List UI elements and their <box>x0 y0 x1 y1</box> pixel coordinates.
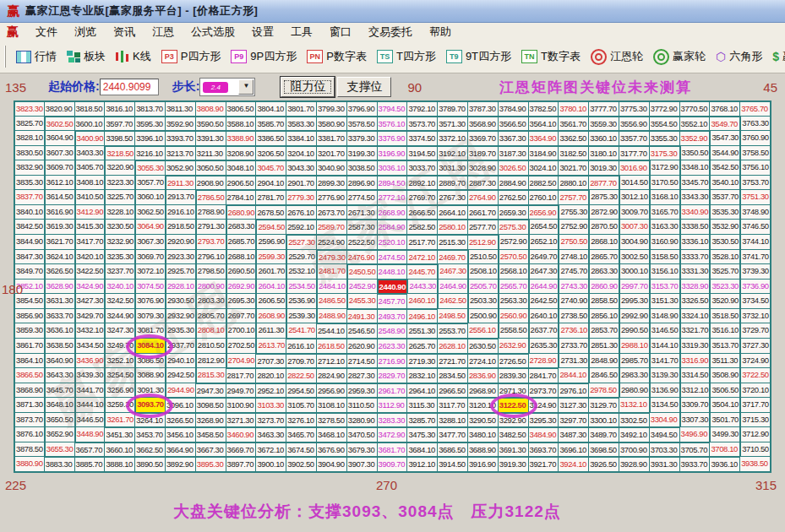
grid-cell: 2580.10 <box>437 219 467 234</box>
menu-item-4[interactable]: 江恩 <box>144 23 183 41</box>
grid-cell: 2697.70 <box>226 308 256 323</box>
grid-cell: 3180.10 <box>588 145 619 160</box>
grid-cell: 2460.10 <box>406 293 437 308</box>
grid-cell: 3847.30 <box>14 249 44 264</box>
menu-item-1[interactable]: 文件 <box>27 23 66 41</box>
grid-cell: 2568.10 <box>498 263 528 279</box>
tool-candlestick[interactable]: K线 <box>116 49 151 64</box>
grid-cell: 3357.70 <box>619 130 649 145</box>
grid-cell: 3278.50 <box>316 412 346 427</box>
grid-cell: 2623.30 <box>377 338 407 353</box>
menu-item-7[interactable]: 工具 <box>282 23 321 41</box>
tool-label: K线 <box>133 49 151 64</box>
menu-item-6[interactable]: 设置 <box>243 23 282 41</box>
grid-cell: 2882.50 <box>528 175 559 190</box>
grid-cell: 2541.70 <box>286 323 316 338</box>
grid-cell: 2973.70 <box>528 383 559 398</box>
grid-cell: 2985.70 <box>619 353 649 368</box>
grid-cell: 3170.50 <box>649 175 679 190</box>
grid-cell: 2450.50 <box>346 263 377 279</box>
tool-quotes-table[interactable]: 行情 <box>16 49 57 64</box>
tool-sector-blocks[interactable]: 板块 <box>67 49 106 64</box>
tool-hexagon[interactable]: ⬡六角形 <box>716 49 762 64</box>
angle-label-270: 270 <box>376 478 397 492</box>
tool-gann-wheel[interactable]: 江恩轮 <box>591 49 643 65</box>
matrix-heading: 江恩矩阵图关键位未来测算 <box>499 78 692 97</box>
tool-label: 板块 <box>84 49 106 64</box>
grid-cell: 3801.70 <box>286 100 316 116</box>
grid-cell: 2632.90 <box>498 338 528 353</box>
grid-cell: 2476.90 <box>346 249 377 264</box>
grid-cell: 3309.70 <box>679 397 710 412</box>
tool-9t-square[interactable]: T99T四方形 <box>446 49 511 64</box>
grid-highlight-cell: 3084.10 <box>134 338 165 353</box>
tool-dollar[interactable]: $赢家服务 <box>772 49 785 64</box>
support-button[interactable]: 支撑位 <box>337 77 391 97</box>
tool-label: 9T四方形 <box>466 49 511 64</box>
grid-cell: 2510.50 <box>467 249 498 264</box>
tool-winner-wheel[interactable]: 赢家轮 <box>653 49 706 65</box>
grid-cell: 3242.50 <box>104 293 134 308</box>
menu-item-3[interactable]: 资讯 <box>105 23 144 41</box>
grid-cell: 2563.30 <box>498 293 528 308</box>
resistance-button[interactable]: 阻力位 <box>281 77 335 97</box>
tool-9p-square[interactable]: P99P四方形 <box>231 49 297 64</box>
grid-cell: 2911.30 <box>165 175 195 190</box>
start-price-input[interactable] <box>100 79 159 95</box>
grid-cell: 3400.90 <box>74 130 105 145</box>
grid-cell: 3818.50 <box>74 100 105 116</box>
grid-cell: 2757.70 <box>558 189 588 204</box>
grid-cell: 3508.90 <box>709 367 739 383</box>
grid-cell: 3592.90 <box>165 116 195 131</box>
grid-cell: 3295.30 <box>528 412 559 427</box>
grid-cell: 2889.70 <box>437 175 467 190</box>
step-dropdown[interactable]: 2.4 ▼ <box>199 78 255 96</box>
tool-p-square[interactable]: P3P四方形 <box>161 49 221 64</box>
grid-cell: 3643.30 <box>44 367 74 383</box>
grid-cell: 2548.90 <box>377 323 407 338</box>
grid-cell: 2928.10 <box>165 279 195 294</box>
grid-cell: 3662.50 <box>134 442 165 457</box>
menu-item-5[interactable]: 公式选股 <box>183 23 243 41</box>
grid-cell: 2764.90 <box>467 189 498 204</box>
grid-cell: 3247.30 <box>104 323 134 338</box>
toolbar-grip[interactable] <box>4 46 6 68</box>
grid-cell: 3794.50 <box>377 100 407 116</box>
grid-cell: 3228.10 <box>104 204 134 220</box>
grid-cell: 3672.10 <box>255 442 286 457</box>
grid-cell: 3823.30 <box>14 100 44 116</box>
grid-cell: 2462.50 <box>437 293 467 308</box>
angle-label-315: 315 <box>755 478 777 492</box>
grid-cell: 2692.90 <box>226 279 256 294</box>
menu-item-2[interactable]: 浏览 <box>66 23 105 41</box>
menu-item-9[interactable]: 交易委托 <box>360 23 421 41</box>
angle-label-225: 225 <box>5 478 26 492</box>
grid-cell: 2529.70 <box>286 249 316 264</box>
grid-cell: 2512.90 <box>467 234 498 249</box>
grid-cell: 3708.10 <box>709 442 739 457</box>
grid-cell: 3504.10 <box>709 397 739 412</box>
chevron-down-icon[interactable]: ▼ <box>238 79 253 95</box>
menu-bar: 赢 文件浏览资讯江恩公式选股设置工具窗口交易委托帮助 <box>0 23 785 41</box>
grid-cell: 3026.50 <box>498 160 528 175</box>
tool-t-table[interactable]: TNT数字表 <box>521 49 581 64</box>
grid-cell: 3115.30 <box>406 397 437 412</box>
menu-item-8[interactable]: 窗口 <box>321 23 360 41</box>
grid-cell: 2479.30 <box>316 249 346 264</box>
grid-cell: 2954.50 <box>286 383 316 398</box>
grid-cell: 3537.70 <box>709 189 739 204</box>
grid-cell: 3292.90 <box>498 412 528 427</box>
grid-cell: 3564.10 <box>528 116 559 131</box>
tool-t-square[interactable]: TST四方形 <box>377 49 436 64</box>
grid-cell: 3086.50 <box>134 353 165 368</box>
grid-cell: 3609.70 <box>44 160 74 175</box>
tool-p-table[interactable]: PNP数字表 <box>307 49 367 64</box>
menu-item-10[interactable]: 帮助 <box>421 23 460 41</box>
sector-blocks-icon <box>67 51 80 62</box>
grid-cell: 3607.30 <box>44 145 74 160</box>
grid-cell: 2553.70 <box>437 323 467 338</box>
grid-cell: 3777.70 <box>588 100 619 116</box>
grid-cell: 2700.10 <box>226 323 256 338</box>
hexagon-icon: ⬡ <box>716 51 726 62</box>
grid-cell: 3448.90 <box>74 426 105 442</box>
